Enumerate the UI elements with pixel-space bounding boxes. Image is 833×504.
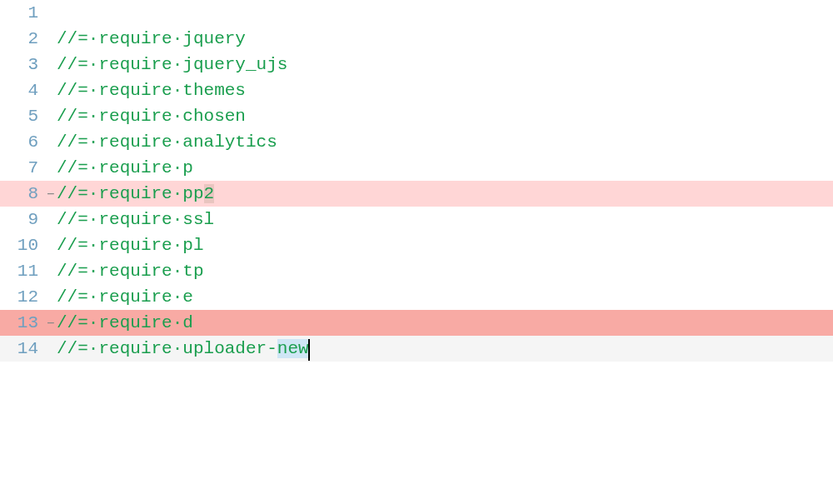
line-number: 2 [0, 26, 45, 52]
line-number: 4 [0, 77, 45, 103]
code-text[interactable]: //=·require·e [57, 284, 833, 310]
line-number: 5 [0, 103, 45, 129]
code-text[interactable]: //=·require·ssl [57, 207, 833, 232]
diff-marker-icon: – [45, 181, 57, 207]
code-text[interactable]: //=·require·analytics [57, 129, 833, 155]
code-line[interactable]: 1 [0, 0, 833, 26]
code-text[interactable]: //=·require·tp [57, 258, 833, 284]
line-number: 9 [0, 207, 45, 232]
code-line[interactable]: 2//=·require·jquery [0, 26, 833, 52]
line-number: 11 [0, 258, 45, 284]
code-text[interactable]: //=·require·p [57, 155, 833, 181]
code-text[interactable]: //=·require·jquery [57, 26, 833, 52]
code-line[interactable]: 5//=·require·chosen [0, 103, 833, 129]
code-line[interactable]: 13–//=·require·d [0, 310, 833, 336]
code-editor[interactable]: 12//=·require·jquery3//=·require·jquery_… [0, 0, 833, 362]
code-text[interactable]: //=·require·uploader-new [57, 336, 833, 362]
code-line[interactable]: 6//=·require·analytics [0, 129, 833, 155]
code-text[interactable]: //=·require·chosen [57, 103, 833, 129]
line-number: 14 [0, 336, 45, 362]
line-number: 13 [0, 310, 45, 336]
line-number: 10 [0, 232, 45, 258]
line-number: 1 [0, 0, 45, 26]
code-line[interactable]: 3//=·require·jquery_ujs [0, 52, 833, 77]
line-number: 12 [0, 284, 45, 310]
diff-marker-icon: – [45, 310, 57, 336]
code-text[interactable]: //=·require·pp2 [57, 181, 833, 207]
line-number: 3 [0, 52, 45, 77]
code-line[interactable]: 12//=·require·e [0, 284, 833, 310]
code-line[interactable]: 11//=·require·tp [0, 258, 833, 284]
code-line[interactable]: 7//=·require·p [0, 155, 833, 181]
code-text[interactable]: //=·require·pl [57, 232, 833, 258]
code-text[interactable]: //=·require·jquery_ujs [57, 52, 833, 77]
line-number: 8 [0, 181, 45, 207]
code-line[interactable]: 8–//=·require·pp2 [0, 181, 833, 207]
text-cursor [308, 339, 310, 361]
code-line[interactable]: 14//=·require·uploader-new [0, 336, 833, 362]
code-line[interactable]: 4//=·require·themes [0, 77, 833, 103]
line-number: 6 [0, 129, 45, 155]
code-text[interactable]: //=·require·d [57, 310, 833, 336]
code-line[interactable]: 9//=·require·ssl [0, 207, 833, 232]
code-line[interactable]: 10//=·require·pl [0, 232, 833, 258]
code-text[interactable]: //=·require·themes [57, 77, 833, 103]
line-number: 7 [0, 155, 45, 181]
